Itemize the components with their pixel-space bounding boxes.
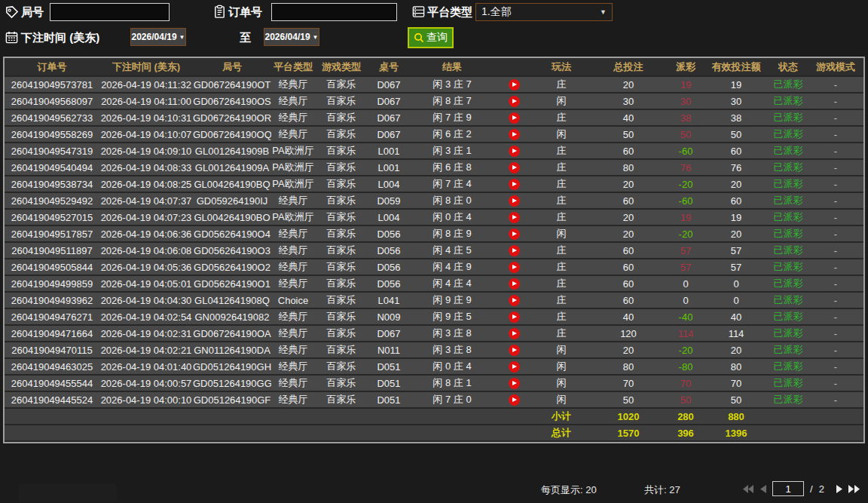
- cell-game: 百家乐: [315, 275, 368, 292]
- query-button[interactable]: 查询: [408, 27, 454, 48]
- cell-game: 百家乐: [315, 159, 368, 176]
- cell-bet: 60: [589, 275, 668, 292]
- cell-valid: 50: [704, 391, 769, 408]
- order-no-input[interactable]: [271, 3, 397, 21]
- replay-play-icon[interactable]: [509, 179, 520, 190]
- cell-payout: 0: [668, 292, 704, 308]
- cell-round: GD067264190OR: [193, 109, 271, 126]
- next-page-button[interactable]: [836, 485, 842, 493]
- replay-play-icon[interactable]: [509, 345, 520, 356]
- replay-play-icon[interactable]: [509, 96, 520, 107]
- cell-time: 2026-04-19 04:02:31: [99, 325, 193, 342]
- cell-order: 260419049445524: [5, 391, 99, 408]
- cell-order: 260419049558269: [5, 126, 99, 143]
- col-platform: 平台类型: [271, 58, 315, 76]
- replay-play-icon[interactable]: [509, 112, 520, 124]
- replay-play-icon[interactable]: [509, 79, 520, 90]
- replay-play-icon[interactable]: [509, 394, 520, 406]
- prev-page-button[interactable]: [760, 485, 766, 493]
- table-row: 2604190495270152026-04-19 04:07:23GL0042…: [5, 209, 863, 225]
- replay-play-icon[interactable]: [509, 311, 520, 323]
- cell-mode: -: [808, 159, 863, 176]
- table-header: 订单号 下注时间 (美东) 局号 平台类型 游戏类型 桌号 结果 玩法 总投注 …: [5, 58, 863, 76]
- table-row: 2604190494716642026-04-19 04:02:31GD0672…: [5, 325, 863, 342]
- platform-type-select[interactable]: 1.全部 ▼: [475, 3, 613, 21]
- date-from-picker[interactable]: 2026/04/19 ▼: [130, 28, 186, 46]
- replay-play-icon[interactable]: [509, 212, 520, 223]
- cell-result: 闲 8 庄 1: [410, 375, 494, 391]
- replay-play-icon[interactable]: [509, 378, 520, 389]
- replay-play-icon[interactable]: [509, 278, 520, 290]
- cell-mode: -: [808, 275, 863, 292]
- cell-result: 闲 7 庄 4: [410, 176, 494, 192]
- cell-mode: -: [808, 192, 863, 209]
- cell-game: 百家乐: [315, 176, 368, 192]
- replay-play-icon[interactable]: [509, 361, 520, 373]
- col-total-bet: 总投注: [589, 58, 668, 76]
- replay-play-icon[interactable]: [509, 228, 520, 240]
- table-row: 2604190494630252026-04-19 04:01:40GD0512…: [5, 358, 863, 375]
- cell-game: 百家乐: [315, 391, 368, 408]
- cell-mode: -: [808, 109, 863, 126]
- cell-game: 百家乐: [315, 308, 368, 325]
- cell-play: [494, 76, 533, 93]
- cell-platform: 经典厅: [271, 308, 315, 325]
- cell-platform: 经典厅: [271, 342, 315, 358]
- cell-time: 2026-04-19 04:07:23: [99, 209, 193, 225]
- cell-payout: -20: [668, 176, 704, 192]
- replay-play-icon[interactable]: [509, 262, 520, 273]
- cell-side: 闲: [533, 225, 589, 242]
- cell-platform: PA欧洲厅: [271, 143, 315, 159]
- tag-icon: [5, 5, 19, 23]
- cell-bet: 20: [589, 76, 668, 93]
- cell-play: [494, 358, 533, 375]
- replay-play-icon[interactable]: [509, 328, 520, 339]
- cell-payout: -80: [668, 358, 704, 375]
- cell-order: 260419049573781: [5, 76, 99, 93]
- date-to-picker[interactable]: 2026/04/19 ▼: [264, 28, 319, 46]
- bet-time-label: 下注时间 (美东): [21, 29, 99, 46]
- cell-valid: 0: [704, 275, 769, 292]
- cell-valid: 30: [704, 93, 769, 109]
- cell-time: 2026-04-19 04:06:36: [99, 225, 193, 242]
- total-label: 总计: [533, 425, 589, 441]
- first-page-button[interactable]: [743, 485, 754, 493]
- cell-order: 260419049529492: [5, 192, 99, 209]
- replay-play-icon[interactable]: [509, 129, 520, 140]
- replay-play-icon[interactable]: [509, 162, 520, 173]
- cell-payout: 57: [668, 259, 704, 275]
- replay-play-icon[interactable]: [509, 146, 520, 157]
- cell-valid: 57: [704, 259, 769, 275]
- cell-table-no: N011: [368, 342, 410, 358]
- col-round-no: 局号: [193, 58, 271, 76]
- cell-side: 庄: [533, 325, 589, 342]
- replay-play-icon[interactable]: [509, 195, 520, 207]
- cell-platform: Choice: [271, 292, 315, 308]
- cell-valid: 60: [704, 192, 769, 209]
- cell-order: 260419049517857: [5, 225, 99, 242]
- table-row: 2604190495473192026-04-19 04:09:10GL0012…: [5, 143, 863, 159]
- cell-result: 闲 4 庄 4: [410, 275, 494, 292]
- game-no-input[interactable]: [50, 3, 170, 21]
- cell-platform: PA欧洲厅: [271, 159, 315, 176]
- cell-side: 庄: [533, 143, 589, 159]
- date-range-to-label: 至: [240, 29, 251, 46]
- cell-play: [494, 391, 533, 408]
- last-page-button[interactable]: [848, 485, 860, 493]
- page-number-input[interactable]: [772, 481, 804, 496]
- cell-table-no: D067: [368, 76, 410, 93]
- cell-side: 闲: [533, 93, 589, 109]
- cell-status: 已派彩: [769, 308, 808, 325]
- replay-play-icon[interactable]: [509, 295, 520, 306]
- cell-bet: 30: [589, 93, 668, 109]
- cell-game: 百家乐: [315, 358, 368, 375]
- cell-table-no: L004: [368, 209, 410, 225]
- replay-play-icon[interactable]: [509, 245, 520, 256]
- cell-mode: -: [808, 209, 863, 225]
- cell-round: GN00926419082: [193, 308, 271, 325]
- cell-status: 已派彩: [769, 76, 808, 93]
- cell-time: 2026-04-19 04:01:40: [99, 358, 193, 375]
- cell-game: 百家乐: [315, 143, 368, 159]
- table-row: 2604190494455242026-04-19 04:00:10GD0512…: [5, 391, 863, 408]
- cell-platform: 经典厅: [271, 126, 315, 143]
